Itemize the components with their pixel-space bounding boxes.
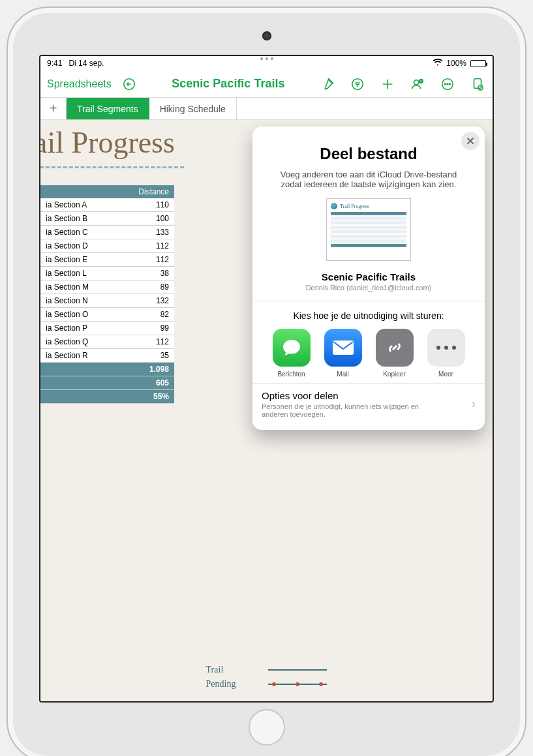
share-label: Meer <box>438 370 453 378</box>
share-file-name: Scenic Pacific Trails <box>252 264 485 282</box>
share-label: Berichten <box>277 370 305 378</box>
multitask-grabber[interactable] <box>260 57 273 60</box>
table-row: ia Section P99 <box>40 322 174 335</box>
legend-swatch-pending <box>268 684 327 685</box>
table-summary: 605 <box>40 376 174 390</box>
link-icon <box>376 329 414 367</box>
tab-trail-segments[interactable]: Trail Segments <box>67 98 149 119</box>
svg-point-7 <box>449 83 451 85</box>
table-row: ia Section B100 <box>40 212 174 226</box>
send-prompt: Kies hoe je de uitnodiging wilt sturen: <box>260 310 477 321</box>
share-via-mail[interactable]: Mail <box>320 329 366 378</box>
table-row: ia Section Q112 <box>40 335 174 349</box>
messages-icon <box>273 329 311 367</box>
table-summary: 1.098 <box>40 363 174 376</box>
chart-legend: Trail Pending <box>206 665 327 689</box>
table-row: ia Section L38 <box>40 267 174 280</box>
legend-label-pending: Pending <box>206 679 236 689</box>
share-options-title: Opties voor delen <box>262 390 444 401</box>
home-button[interactable] <box>249 709 285 746</box>
legend-label-trail: Trail <box>206 665 236 675</box>
table-row: ia Section A110 <box>40 198 174 212</box>
svg-rect-8 <box>474 78 481 88</box>
status-date: Di 14 sep. <box>69 59 104 68</box>
undo-icon[interactable] <box>121 76 138 93</box>
status-time: 9:41 <box>47 59 62 68</box>
share-label: Kopieer <box>383 370 405 378</box>
format-brush-icon[interactable] <box>319 76 336 93</box>
close-icon[interactable] <box>461 132 480 150</box>
file-thumbnail: Trail Progress <box>252 198 485 264</box>
share-more[interactable]: Meer <box>423 329 469 378</box>
page-title: ail Progress <box>40 120 184 168</box>
share-options-subtitle: Personen die je uitnodigt, kunnen iets w… <box>262 401 444 418</box>
filter-icon[interactable] <box>349 76 366 93</box>
svg-point-6 <box>447 83 448 85</box>
trail-table[interactable]: Distance ia Section A110 ia Section B100… <box>40 185 174 404</box>
document-title[interactable]: Scenic Pacific Trails <box>147 77 310 91</box>
table-row: ia Section O82 <box>40 308 174 322</box>
svg-rect-10 <box>333 340 354 355</box>
back-button[interactable]: Spreadsheets <box>47 78 112 90</box>
ipad-frame: 9:41 Di 14 sep. 100% Spreadsheets Scenic… <box>7 7 526 756</box>
svg-point-5 <box>444 83 446 85</box>
more-icon <box>427 329 465 367</box>
more-icon[interactable] <box>439 76 456 93</box>
app-toolbar: Spreadsheets Scenic Pacific Trails <box>40 70 493 98</box>
collaborate-icon[interactable] <box>409 76 426 93</box>
tab-hiking-schedule[interactable]: Hiking Schedule <box>149 98 237 119</box>
mail-icon <box>324 329 362 367</box>
popover-subtitle: Voeg anderen toe aan dit iCloud Drive-be… <box>252 170 485 198</box>
share-label: Mail <box>337 370 348 378</box>
share-file-owner: Dennis Rico (daniel_rico1@icloud.com) <box>252 282 485 301</box>
table-summary: 55% <box>40 390 174 404</box>
screen: 9:41 Di 14 sep. 100% Spreadsheets Scenic… <box>39 55 494 703</box>
table-row: ia Section R35 <box>40 349 174 363</box>
table-row: ia Section E112 <box>40 253 174 267</box>
table-row: ia Section C133 <box>40 226 174 239</box>
add-sheet-button[interactable]: + <box>40 98 67 119</box>
chevron-right-icon: › <box>472 397 476 411</box>
sheet-tabs: + Trail Segments Hiking Schedule <box>40 98 493 120</box>
column-header-name[interactable] <box>40 185 116 198</box>
device-camera <box>262 31 271 40</box>
share-via-messages[interactable]: Berichten <box>269 329 314 378</box>
popover-title: Deel bestand <box>252 127 485 170</box>
battery-percent: 100% <box>446 59 466 68</box>
battery-icon <box>470 60 486 67</box>
share-copy-link[interactable]: Kopieer <box>372 329 418 378</box>
wifi-icon <box>433 59 442 68</box>
share-options-row[interactable]: Opties voor delen Personen die je uitnod… <box>252 383 485 425</box>
table-row: ia Section N132 <box>40 294 174 308</box>
table-row: ia Section M89 <box>40 280 174 294</box>
column-header-distance[interactable]: Distance <box>116 185 174 198</box>
legend-swatch-trail <box>268 669 327 671</box>
share-popover: Deel bestand Voeg anderen toe aan dit iC… <box>252 127 485 430</box>
table-row: ia Section D112 <box>40 239 174 253</box>
sheet-canvas[interactable]: ail Progress Distance ia Section A110 ia… <box>40 120 493 701</box>
svg-point-1 <box>352 78 363 89</box>
insert-plus-icon[interactable] <box>379 76 396 93</box>
document-settings-icon[interactable] <box>469 76 486 93</box>
svg-point-2 <box>414 80 419 84</box>
